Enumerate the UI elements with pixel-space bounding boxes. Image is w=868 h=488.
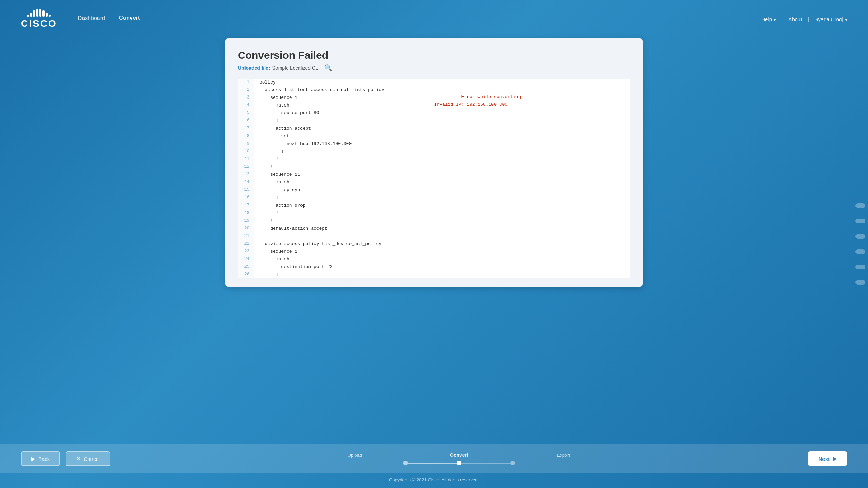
user-menu[interactable]: Syeda Urooj ▾: [814, 16, 847, 22]
back-icon: ▶: [31, 456, 35, 462]
step-label-upload: Upload: [327, 452, 383, 458]
step-label-convert: Convert: [431, 452, 487, 458]
error-panel: Error while converting Invalid IP: 192.1…: [426, 79, 630, 278]
line-code: !: [254, 194, 425, 202]
line-number: 5: [238, 109, 254, 117]
table-row: 4 match: [238, 102, 426, 109]
step-dot-convert: [457, 461, 461, 465]
line-number: 14: [238, 179, 254, 186]
table-row: 25 destination-port 22: [238, 263, 426, 271]
line-code: sequence 1: [254, 94, 425, 102]
copyright: Copyrights © 2021 Cisco. All rights rese…: [0, 473, 868, 488]
line-code: destination-port 22: [254, 263, 425, 271]
table-row: 19 !: [238, 217, 426, 225]
step-dot-upload: [403, 461, 408, 465]
table-row: 17 action drop: [238, 202, 426, 210]
code-panel[interactable]: 1policy2 access-list test_access_control…: [238, 79, 426, 278]
line-number: 21: [238, 233, 254, 240]
line-code: !: [254, 117, 425, 125]
line-number: 20: [238, 225, 254, 233]
scroll-pill-6: [855, 280, 865, 285]
line-number: 13: [238, 171, 254, 179]
sep-1: |: [781, 16, 783, 22]
cancel-button[interactable]: ✕ Cancel: [66, 451, 110, 466]
scroll-pill-2: [855, 219, 865, 223]
table-row: 26 !: [238, 271, 426, 278]
line-number: 6: [238, 117, 254, 125]
table-row: 1policy: [238, 79, 426, 86]
line-code: device-access-policy test_device_acl_pol…: [254, 240, 425, 248]
line-code: match: [254, 102, 425, 109]
cancel-icon: ✕: [76, 456, 81, 462]
header-right: Help ▾ | About | Syeda Urooj ▾: [761, 16, 847, 22]
scroll-pill-4: [855, 249, 865, 254]
next-icon: ▶: [833, 456, 837, 462]
stepper-track: [403, 461, 515, 465]
footer-left: ▶ Back ✕ Cancel: [21, 451, 110, 466]
line-number: 10: [238, 148, 254, 156]
line-code: !: [254, 271, 425, 278]
line-number: 1: [238, 79, 254, 86]
search-icon[interactable]: 🔍: [324, 64, 332, 72]
line-number: 26: [238, 271, 254, 278]
line-code: !: [254, 210, 425, 217]
line-code: access-list test_access_control_lists_po…: [254, 86, 425, 94]
user-dropdown-icon: ▾: [845, 18, 847, 22]
line-number: 12: [238, 163, 254, 171]
table-row: 9 next-hop 192.168.100.300: [238, 140, 426, 148]
line-number: 16: [238, 194, 254, 202]
step-line-1: [408, 463, 457, 464]
about-link[interactable]: About: [788, 16, 802, 22]
line-code: action accept: [254, 125, 425, 133]
logo-bar-2: [30, 13, 32, 17]
main-card: Conversion Failed Uploaded file: Sample …: [225, 38, 643, 287]
logo-text: CISCO: [21, 18, 57, 29]
line-code: match: [254, 179, 425, 186]
line-number: 15: [238, 186, 254, 194]
line-number: 11: [238, 156, 254, 163]
table-row: 5 source-port 80: [238, 109, 426, 117]
table-row: 15 tcp syn: [238, 186, 426, 194]
logo-bar-5: [39, 9, 41, 17]
logo-bar-8: [49, 15, 51, 17]
sep-2: |: [807, 16, 809, 22]
error-text: Error while converting Invalid IP: 192.1…: [434, 86, 622, 116]
step-line-2: [461, 463, 510, 464]
table-row: 22 device-access-policy test_device_acl_…: [238, 240, 426, 248]
line-code: action drop: [254, 202, 425, 210]
table-row: 16 !: [238, 194, 426, 202]
back-button[interactable]: ▶ Back: [21, 451, 60, 466]
stepper-labels: Upload Convert Export: [327, 452, 591, 458]
line-number: 23: [238, 248, 254, 255]
nav-convert[interactable]: Convert: [119, 15, 140, 23]
line-code: !: [254, 156, 425, 163]
line-code: !: [254, 163, 425, 171]
main-wrapper: Conversion Failed Uploaded file: Sample …: [0, 38, 868, 444]
table-row: 3 sequence 1: [238, 94, 426, 102]
logo-bar-3: [33, 10, 35, 17]
uploaded-file-line: Uploaded file: Sample Localized CLI 🔍: [238, 64, 630, 72]
logo-bar-1: [27, 15, 29, 17]
step-label-export: Export: [536, 452, 591, 458]
table-row: 24 match: [238, 255, 426, 263]
line-code: default-action accept: [254, 225, 425, 233]
next-button[interactable]: Next ▶: [808, 451, 847, 466]
logo-bar-4: [36, 9, 38, 17]
line-number: 22: [238, 240, 254, 248]
nav-dashboard[interactable]: Dashboard: [78, 15, 105, 23]
line-number: 4: [238, 102, 254, 109]
table-row: 20 default-action accept: [238, 225, 426, 233]
code-table: 1policy2 access-list test_access_control…: [238, 79, 426, 278]
line-code: sequence 1: [254, 248, 425, 255]
table-row: 7 action accept: [238, 125, 426, 133]
line-code: source-port 80: [254, 109, 425, 117]
table-row: 11 !: [238, 156, 426, 163]
logo: CISCO: [21, 9, 57, 29]
header: CISCO Dashboard Convert Help ▾ | About |…: [0, 0, 868, 38]
help-menu[interactable]: Help ▾: [761, 16, 776, 22]
table-row: 6 !: [238, 117, 426, 125]
line-number: 25: [238, 263, 254, 271]
line-number: 17: [238, 202, 254, 210]
line-number: 9: [238, 140, 254, 148]
line-code: !: [254, 233, 425, 240]
